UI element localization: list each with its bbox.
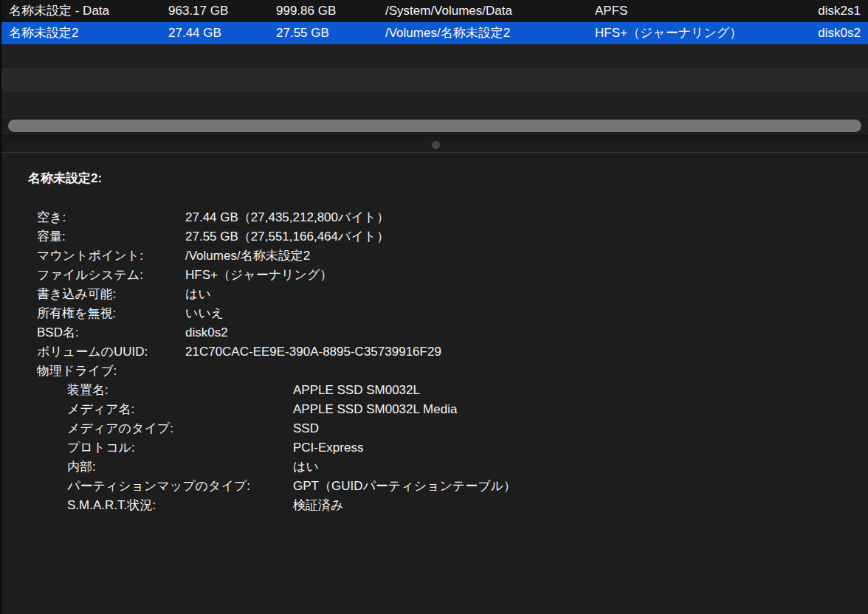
detail-row-partition-map-type: パーティションマップのタイプ: GPT（GUIDパーティションテーブル） (1, 477, 868, 496)
detail-label: ファイルシステム: (37, 266, 185, 285)
volume-bsd-name: disk0s2 (818, 22, 861, 44)
horizontal-scrollbar-track[interactable] (1, 116, 868, 137)
detail-label: S.M.A.R.T.状況: (67, 496, 293, 515)
detail-value: HFS+（ジャーナリング） (185, 266, 868, 285)
volume-bsd-name: disk2s1 (818, 0, 861, 22)
detail-row-media-name: メディア名: APPLE SSD SM0032L Media (1, 400, 868, 419)
volume-table: 名称未設定 - Data 963.17 GB 999.86 GB /System… (1, 0, 868, 116)
volume-free: 27.44 GB (168, 22, 221, 44)
volume-file-system: HFS+（ジャーナリング） (595, 22, 742, 44)
detail-value: はい (185, 285, 868, 304)
detail-label: 装置名: (67, 381, 293, 400)
pane-splitter[interactable] (1, 137, 868, 153)
volume-row-data[interactable]: 名称未設定 - Data 963.17 GB 999.86 GB /System… (1, 0, 868, 22)
detail-value: PCI-Express (293, 438, 868, 458)
detail-label: 空き: (37, 208, 185, 227)
volume-capacity: 27.55 GB (276, 22, 329, 44)
detail-rows: 空き: 27.44 GB（27,435,212,800バイト） 容量: 27.5… (1, 208, 868, 515)
detail-value: SSD (293, 419, 868, 438)
detail-value: APPLE SSD SM0032L Media (293, 400, 868, 419)
detail-value: 21C70CAC-EE9E-390A-8895-C35739916F29 (185, 342, 868, 362)
detail-row-protocol: プロトコル: PCI-Express (1, 438, 868, 458)
volume-name: 名称未設定 - Data (9, 0, 109, 22)
detail-value: 27.55 GB（27,551,166,464バイト） (185, 227, 868, 246)
detail-value: はい (293, 458, 868, 477)
detail-label: BSD名: (37, 323, 185, 342)
detail-row-bsd-name: BSD名: disk0s2 (1, 323, 868, 342)
detail-row-volume-uuid: ボリュームのUUID: 21C70CAC-EE9E-390A-8895-C357… (1, 342, 868, 362)
volume-detail-pane: 名称未設定2: 空き: 27.44 GB（27,435,212,800バイト） … (1, 154, 868, 614)
splitter-handle-icon[interactable] (432, 141, 440, 149)
detail-value: いいえ (185, 304, 868, 323)
detail-value (185, 362, 868, 381)
detail-row-writable: 書き込み可能: はい (1, 285, 868, 304)
detail-label: ボリュームのUUID: (37, 342, 185, 362)
detail-label: パーティションマップのタイプ: (67, 477, 293, 496)
horizontal-scrollbar-thumb[interactable] (8, 120, 861, 132)
detail-label: 内部: (67, 458, 293, 477)
detail-label: 容量: (37, 227, 185, 246)
detail-label: 物理ドライブ: (37, 362, 185, 381)
detail-row-media-type: メディアのタイプ: SSD (1, 419, 868, 438)
volume-capacity: 999.86 GB (276, 0, 336, 22)
volume-mount-point: /Volumes/名称未設定2 (385, 22, 510, 44)
detail-value: GPT（GUIDパーティションテーブル） (293, 477, 868, 496)
volume-row-untitled2-selected[interactable]: 名称未設定2 27.44 GB 27.55 GB /Volumes/名称未設定2… (1, 22, 868, 44)
detail-label: 所有権を無視: (37, 304, 185, 323)
detail-row-free: 空き: 27.44 GB（27,435,212,800バイト） (1, 208, 868, 227)
detail-row-device-name: 装置名: APPLE SSD SM0032L (1, 381, 868, 400)
detail-value: /Volumes/名称未設定2 (185, 246, 868, 266)
volume-name: 名称未設定2 (9, 22, 78, 44)
detail-row-internal: 内部: はい (1, 458, 868, 477)
empty-table-row (1, 92, 868, 116)
empty-table-row (1, 68, 868, 92)
detail-value: APPLE SSD SM0032L (293, 381, 868, 400)
detail-label: マウントポイント: (37, 246, 185, 266)
detail-row-file-system: ファイルシステム: HFS+（ジャーナリング） (1, 266, 868, 285)
detail-heading: 名称未設定2: (28, 170, 868, 187)
volume-mount-point: /System/Volumes/Data (385, 0, 512, 22)
detail-row-physical-drive: 物理ドライブ: (1, 362, 868, 381)
empty-table-row (1, 44, 868, 68)
detail-label: メディアのタイプ: (67, 419, 293, 438)
detail-row-capacity: 容量: 27.55 GB（27,551,166,464バイト） (1, 227, 868, 246)
detail-value: disk0s2 (185, 323, 868, 342)
detail-value: 27.44 GB（27,435,212,800バイト） (185, 208, 868, 227)
detail-label: プロトコル: (67, 438, 293, 458)
volume-free: 963.17 GB (168, 0, 228, 22)
detail-row-smart-status: S.M.A.R.T.状況: 検証済み (1, 496, 868, 515)
detail-value: 検証済み (293, 496, 868, 515)
detail-row-mount-point: マウントポイント: /Volumes/名称未設定2 (1, 246, 868, 266)
detail-label: メディア名: (67, 400, 293, 419)
volume-file-system: APFS (595, 0, 627, 22)
detail-label: 書き込み可能: (37, 285, 185, 304)
detail-row-ignore-ownership: 所有権を無視: いいえ (1, 304, 868, 323)
